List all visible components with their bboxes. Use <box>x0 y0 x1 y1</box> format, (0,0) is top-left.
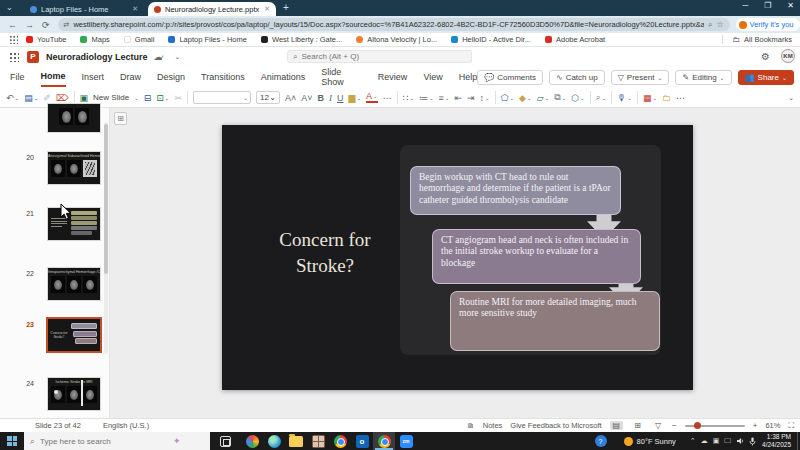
weather-widget[interactable]: 80°F Sunny <box>624 437 676 446</box>
all-bookmarks-button[interactable]: 🗀All Bookmarks <box>722 35 792 44</box>
fit-to-window-icon[interactable]: ⛶ <box>788 421 794 431</box>
slideshow-view-button[interactable]: ▽ <box>652 421 664 430</box>
taskbar-search-input[interactable] <box>40 437 168 446</box>
menu-file[interactable]: File <box>10 68 25 86</box>
taskbar-app-help[interactable]: ? <box>590 432 612 450</box>
font-color-button[interactable]: A⌄ <box>366 92 378 103</box>
underline-button[interactable]: U <box>337 93 344 103</box>
reset-layout-button[interactable]: ⊡⌄ <box>156 93 169 103</box>
grow-font-button[interactable]: A˄ <box>285 93 296 103</box>
taskbar-app-edge[interactable] <box>263 432 285 450</box>
menu-transitions[interactable]: Transitions <box>201 68 245 86</box>
zoom-page-icon[interactable]: ⌕ <box>708 20 712 30</box>
site-info-icon[interactable]: ⇄ <box>64 21 70 29</box>
tab-close-icon[interactable]: ✕ <box>264 5 270 13</box>
bookmark-adobe-acrobat[interactable]: Adobe Acrobat <box>545 35 605 44</box>
flow-box-ct-angiogram[interactable]: CT angiogram head and neck is often incl… <box>432 229 641 284</box>
taskbar-app-chrome[interactable] <box>329 432 351 450</box>
slide-sorter-view-button[interactable]: ⊞ <box>631 421 644 430</box>
back-icon[interactable]: ← <box>8 20 17 30</box>
user-avatar[interactable]: KM <box>781 49 795 63</box>
comments-button[interactable]: 💬Comments <box>477 70 543 85</box>
collapse-thumbnails-button[interactable]: ⊞ <box>114 112 127 125</box>
taskbar-clock[interactable]: 1:38 PM 4/24/2025 <box>762 433 791 449</box>
find-button[interactable]: ⌕⌄ <box>596 92 607 103</box>
taskbar-app-chrome-active[interactable] <box>373 432 395 450</box>
title-chevron-icon[interactable]: ⌄ <box>175 53 181 61</box>
browser-tab-laptop-files[interactable]: Laptop Files - Home ✕ <box>24 2 144 16</box>
share-button[interactable]: 👥Share⌄ <box>738 70 794 85</box>
format-painter-button[interactable]: ✐ <box>43 93 51 103</box>
more-font-options-button[interactable]: ⋯ <box>383 93 392 103</box>
font-size-select[interactable]: 12⌄ <box>256 91 280 104</box>
shape-outline-button[interactable]: ▱⌄ <box>537 93 550 103</box>
highlight-color-button[interactable]: ▆⌄ <box>348 93 361 103</box>
apps-grid-icon[interactable] <box>9 35 18 44</box>
ribbon-overflow-button[interactable]: ⋯ <box>676 93 685 103</box>
app-launcher-icon[interactable] <box>9 52 19 62</box>
slide-canvas[interactable]: Concern for Stroke? Begin workup with CT… <box>222 125 693 390</box>
line-spacing-button[interactable]: ↕⌄ <box>480 93 490 103</box>
menu-slide-show[interactable]: Slide Show <box>321 63 362 91</box>
security-shield-icon[interactable]: ▣ <box>713 437 720 445</box>
bookmark-helloid[interactable]: HelloID - Active Dir... <box>451 35 531 44</box>
zoom-out-icon[interactable]: − <box>672 421 677 430</box>
designer-button[interactable]: ▦⌄ <box>643 93 657 103</box>
editing-mode-button[interactable]: ✎Editing⌄ <box>675 70 731 85</box>
search-input[interactable] <box>301 52 466 61</box>
bold-button[interactable]: B <box>317 93 324 103</box>
thumbnail-slide-22[interactable]: Intraparenchymal Hemorrhage /Contusion <box>48 268 100 300</box>
notes-button[interactable]: Notes <box>483 421 503 430</box>
window-minimize-button[interactable]: ─ <box>742 1 748 10</box>
zoom-level-label[interactable]: 61% <box>765 421 780 430</box>
quick-styles-button[interactable]: ⬡⌄ <box>571 93 584 103</box>
shrink-font-button[interactable]: A˅ <box>301 93 312 103</box>
taskbar-app-zoom[interactable]: zm <box>395 432 417 450</box>
zoom-slider-handle[interactable] <box>694 422 701 429</box>
profile-verify-button[interactable]: Verify it's you <box>736 18 800 31</box>
new-tab-button[interactable]: + <box>283 2 289 13</box>
powerpoint-logo-icon[interactable]: P <box>27 51 39 63</box>
forward-icon[interactable]: → <box>25 20 34 30</box>
menu-help[interactable]: Help <box>459 68 478 86</box>
start-button[interactable] <box>0 432 24 450</box>
thumbnail-slide-21[interactable] <box>48 208 100 240</box>
display-icon[interactable]: 🖵 <box>724 437 731 445</box>
new-slide-button[interactable]: New Slide <box>93 93 129 102</box>
italic-button[interactable]: I <box>329 93 332 103</box>
bookmark-gmail[interactable]: Gmail <box>124 35 155 44</box>
url-field[interactable]: ⇄ westliberty.sharepoint.com/:p:/r/sites… <box>58 18 730 31</box>
reuse-slides-button[interactable]: 🗀 <box>662 93 671 103</box>
bookmark-maps[interactable]: Maps <box>80 35 109 44</box>
menu-design[interactable]: Design <box>157 68 185 86</box>
document-title[interactable]: Neuroradiology Lecture <box>46 52 148 62</box>
flow-box-ct-head[interactable]: Begin workup with CT head to rule out he… <box>410 166 621 215</box>
tab-close-icon[interactable]: ✕ <box>132 5 138 13</box>
bookmark-youtube[interactable]: YouTube <box>26 35 66 44</box>
indent-decrease-button[interactable]: ⇤ <box>454 93 462 103</box>
menu-animations[interactable]: Animations <box>261 68 306 86</box>
arrange-button[interactable]: ⧉⌄ <box>554 92 566 103</box>
present-button[interactable]: ▽Present⌄ <box>611 70 670 85</box>
app-search-box[interactable]: ⌕ <box>287 50 472 63</box>
bookmark-west-liberty[interactable]: West Liberty : Gate... <box>261 35 342 44</box>
window-maximize-button[interactable]: ❐ <box>764 1 771 10</box>
menu-view[interactable]: View <box>423 68 442 86</box>
task-view-button[interactable] <box>220 436 231 447</box>
slide-title[interactable]: Concern for Stroke? <box>250 227 400 278</box>
menu-review[interactable]: Review <box>378 68 408 86</box>
paste-button[interactable]: ▤⌄ <box>24 93 38 103</box>
browser-tab-neuroradiology[interactable]: Neuroradiology Lecture.pptx ✕ <box>148 2 276 16</box>
collapse-ribbon-icon[interactable]: ⌄ <box>788 94 794 102</box>
layout-button[interactable]: ⊟ <box>144 93 152 103</box>
bullets-button[interactable]: ∷⌄ <box>403 93 414 103</box>
dictate-button[interactable]: 🎙⌄ <box>617 93 632 103</box>
zoom-in-icon[interactable]: + <box>753 421 758 430</box>
thumbnail-slide-23-current[interactable]: Concern for Stroke? <box>48 319 100 351</box>
undo-button[interactable]: ↶⌄ <box>6 93 19 103</box>
taskbar-search-box[interactable]: ⌕ ✦ <box>24 432 210 450</box>
zoom-slider[interactable] <box>685 425 745 427</box>
microphone-icon[interactable] <box>749 437 756 446</box>
align-button[interactable]: ≡⌄ <box>439 93 450 103</box>
shape-fill-button[interactable]: ◆⌄ <box>519 93 532 103</box>
